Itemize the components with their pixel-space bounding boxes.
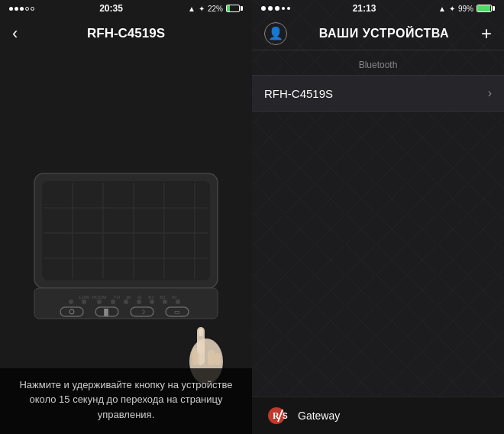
ros-logo: R S xyxy=(267,406,292,425)
right-location-icon: ▲ xyxy=(438,5,446,13)
instruction-text: Нажмите и удерживайте кнопку на устройст… xyxy=(19,379,232,420)
svg-point-19 xyxy=(69,300,73,304)
svg-rect-40 xyxy=(215,353,221,365)
right-battery-icon xyxy=(477,5,495,12)
left-location-icon: ▲ xyxy=(188,5,195,13)
left-battery-icon xyxy=(226,5,243,12)
left-status-bar: 20:35 ▲ ✦ 22% xyxy=(0,0,252,17)
right-time: 21:13 xyxy=(353,3,376,14)
svg-rect-42 xyxy=(199,329,203,336)
right-page-title: ВАШИ УСТРОЙСТВА xyxy=(319,27,449,40)
svg-point-20 xyxy=(82,300,86,304)
right-bluetooth-icon: ✦ xyxy=(449,5,455,13)
svg-text:LOW: LOW xyxy=(79,295,89,300)
svg-point-27 xyxy=(176,300,180,304)
dot3 xyxy=(20,7,24,11)
rdot5 xyxy=(287,7,290,10)
svg-text:B1: B1 xyxy=(148,295,154,300)
left-page-title: RFH-C4519S xyxy=(87,26,165,41)
left-panel: 20:35 ▲ ✦ 22% ‹ RFH-C4519S xyxy=(0,0,252,434)
right-header: 👤 ВАШИ УСТРОЙСТВА + xyxy=(252,17,504,50)
svg-text:ROOM: ROOM xyxy=(92,295,107,300)
profile-icon-button[interactable]: 👤 xyxy=(264,22,287,45)
svg-rect-39 xyxy=(208,350,215,365)
dot1 xyxy=(9,7,13,11)
svg-text:☽: ☽ xyxy=(140,309,145,316)
chevron-right-icon: › xyxy=(488,86,492,100)
left-status-right: ▲ ✦ 22% xyxy=(188,5,243,13)
svg-text:B2: B2 xyxy=(160,295,166,300)
rdot3 xyxy=(275,6,279,11)
svg-text:▐▌: ▐▌ xyxy=(102,308,110,316)
add-device-button[interactable]: + xyxy=(481,24,492,43)
svg-rect-1 xyxy=(42,181,210,280)
rdot2 xyxy=(268,6,273,11)
svg-point-25 xyxy=(150,300,154,304)
right-signal-dots xyxy=(261,6,290,11)
gateway-footer: R S Gateway xyxy=(252,397,504,434)
device-name: RFH-C4519S xyxy=(264,87,333,100)
left-signal-dots xyxy=(9,7,34,11)
gateway-label: Gateway xyxy=(298,410,340,422)
svg-point-23 xyxy=(124,300,128,304)
profile-icon: 👤 xyxy=(268,26,283,40)
svg-text:41: 41 xyxy=(137,295,143,300)
rdot4 xyxy=(282,7,285,10)
dot5 xyxy=(31,7,34,11)
right-spacer xyxy=(252,112,504,397)
speaker-illustration: LOW ROOM TH 36 41 B1 B2 IN xyxy=(27,151,225,334)
rdot1 xyxy=(261,6,266,11)
right-status-bar: 21:13 ▲ ✦ 99% xyxy=(252,0,504,17)
right-panel: 21:13 ▲ ✦ 99% 👤 ВАШИ УСТРОЙСТВА + Blueto… xyxy=(252,0,504,434)
instruction-overlay: Нажмите и удерживайте кнопку на устройст… xyxy=(0,368,252,435)
svg-point-22 xyxy=(111,300,115,304)
left-battery-text: 22% xyxy=(208,5,223,13)
svg-text:S: S xyxy=(283,412,288,420)
right-status-right: ▲ ✦ 99% xyxy=(438,5,495,13)
dot4 xyxy=(25,7,29,11)
dot2 xyxy=(15,7,18,11)
svg-text:TH: TH xyxy=(114,295,120,300)
svg-point-21 xyxy=(97,300,102,304)
device-list-item[interactable]: RFH-C4519S › xyxy=(252,75,504,112)
left-time: 20:35 xyxy=(99,3,123,14)
svg-text:IN: IN xyxy=(172,295,176,300)
svg-text:36: 36 xyxy=(126,295,131,300)
svg-point-26 xyxy=(163,300,167,304)
left-header: ‹ RFH-C4519S xyxy=(0,17,252,50)
right-battery-text: 99% xyxy=(458,5,473,13)
back-button[interactable]: ‹ xyxy=(12,25,18,42)
bluetooth-section-label: Bluetooth xyxy=(252,50,504,75)
left-bluetooth-icon: ✦ xyxy=(199,5,205,13)
svg-point-24 xyxy=(137,300,141,304)
svg-text:▭: ▭ xyxy=(174,309,180,316)
